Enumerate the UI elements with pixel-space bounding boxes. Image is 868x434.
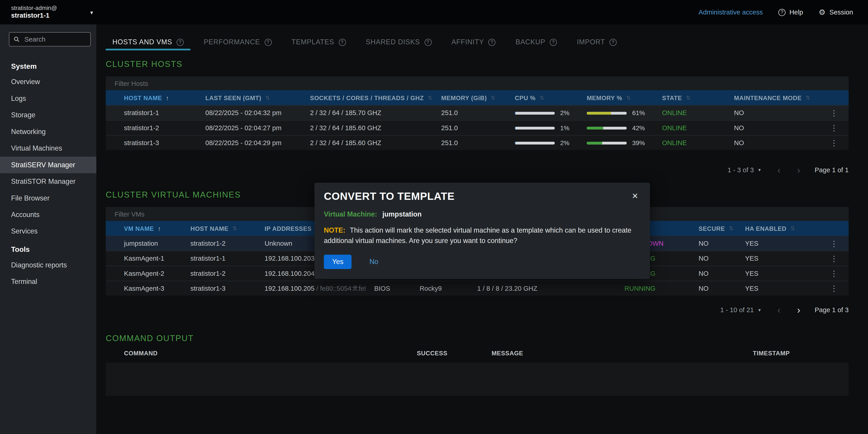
vm-os: Rocky9 [411, 285, 468, 292]
tab-help-icon[interactable]: ? [424, 38, 432, 46]
sockets: 2 / 32 / 64 / 185.70 GHZ [301, 109, 432, 117]
state-badge: RUNNING [616, 285, 690, 292]
tab-templates[interactable]: TEMPLATES? [285, 35, 352, 51]
vm-ha: YES [736, 240, 819, 247]
col-sockets[interactable]: SOCKETS / CORES / THREADS / GHZ⇅ [301, 94, 432, 101]
host-row-stratistor1-3[interactable]: stratistor1-3 08/22/2025 - 02:04:29 pm 2… [106, 135, 849, 150]
kebab-menu-icon[interactable]: ⋮ [819, 138, 848, 147]
session-button[interactable]: ⚙ Session [818, 8, 853, 17]
last-seen: 08/22/2025 - 02:04:27 pm [196, 124, 301, 132]
kebab-menu-icon[interactable]: ⋮ [819, 239, 848, 248]
tab-help-icon[interactable]: ? [489, 38, 496, 46]
per-page-caret-icon[interactable]: ▾ [758, 307, 761, 313]
account-menu[interactable]: stratistor-admin@ stratistor1-1 ▾ [11, 4, 93, 20]
tab-backup[interactable]: BACKUP? [509, 35, 563, 51]
col-host-name[interactable]: HOST NAME⇅ [182, 225, 256, 232]
prev-page-icon[interactable]: ‹ [777, 305, 780, 315]
tab-help-icon[interactable]: ? [177, 38, 184, 46]
sort-icon: ⇅ [491, 95, 495, 101]
help-label: Help [789, 8, 803, 16]
sidebar-item-file-browser[interactable]: File Browser [0, 190, 96, 206]
tab-performance[interactable]: PERFORMANCE? [197, 35, 278, 51]
memory: 251.0 [432, 109, 506, 117]
administrative-access-link[interactable]: Administrative access [699, 8, 763, 16]
sidebar-item-overview[interactable]: Overview [0, 74, 96, 90]
vm-secure: NO [690, 255, 736, 262]
kebab-menu-icon[interactable]: ⋮ [819, 284, 848, 293]
prev-page-icon[interactable]: ‹ [777, 165, 780, 175]
vm-secure: NO [690, 270, 736, 277]
tab-help-icon[interactable]: ? [610, 38, 617, 46]
command-output-header: COMMAND SUCCESS MESSAGE TIMESTAMP [106, 347, 849, 360]
sidebar-item-stratiserv-manager[interactable]: StratiSERV Manager [0, 157, 96, 173]
hosts-filter-input[interactable] [106, 79, 849, 88]
state-badge: ONLINE [653, 109, 725, 117]
sidebar-item-virtual-machines[interactable]: Virtual Machines [0, 140, 96, 157]
col-last-seen[interactable]: LAST SEEN (GMT)⇅ [196, 94, 301, 101]
per-page-caret-icon[interactable]: ▾ [758, 167, 761, 173]
sidebar-item-accounts[interactable]: Accounts [0, 206, 96, 223]
sidebar-item-storage[interactable]: Storage [0, 107, 96, 123]
state-badge: ONLINE [653, 139, 725, 147]
vm-host: stratistor1-2 [182, 270, 256, 277]
col-vm-name[interactable]: VM NAME↑ [106, 225, 182, 232]
sidebar-item-diagnostic-reports[interactable]: Diagnostic reports [0, 257, 96, 273]
sidebar-item-networking[interactable]: Networking [0, 123, 96, 140]
kebab-menu-icon[interactable]: ⋮ [819, 108, 848, 117]
tab-help-icon[interactable]: ? [339, 38, 346, 46]
account-host: stratistor1-1 [11, 12, 57, 20]
sidebar-item-logs[interactable]: Logs [0, 90, 96, 107]
kebab-menu-icon[interactable]: ⋮ [819, 269, 848, 278]
gear-icon: ⚙ [818, 8, 826, 17]
hosts-table-header: HOST NAME↑ LAST SEEN (GMT)⇅ SOCKETS / CO… [106, 90, 849, 105]
kebab-menu-icon[interactable]: ⋮ [819, 254, 848, 263]
col-memory[interactable]: MEMORY (GiB)⇅ [432, 94, 506, 101]
yes-button[interactable]: Yes [324, 254, 352, 269]
tab-affinity[interactable]: AFFINITY? [445, 35, 502, 51]
maintenance-mode: NO [725, 109, 819, 117]
sidebar-item-services[interactable]: Services [0, 223, 96, 240]
help-button[interactable]: ? Help [778, 8, 803, 16]
cpu-bar [515, 142, 555, 144]
tab-help-icon[interactable]: ? [550, 38, 557, 46]
host-row-stratistor1-2[interactable]: stratistor1-2 08/22/2025 - 02:04:27 pm 2… [106, 120, 849, 135]
cpu-usage: 1% [506, 125, 578, 131]
next-page-icon[interactable]: › [797, 165, 800, 175]
vm-ha: YES [736, 270, 819, 277]
col-host-name[interactable]: HOST NAME↑ [106, 94, 197, 101]
host-row-stratistor1-1[interactable]: stratistor1-1 08/22/2025 - 02:04:32 pm 2… [106, 105, 849, 120]
dialog-note: NOTE:This action will mark the selected … [324, 225, 641, 246]
sidebar: System Overview Logs Storage Networking … [0, 24, 96, 434]
col-cpu-pct[interactable]: CPU %⇅ [506, 94, 578, 101]
tab-shared-disks[interactable]: SHARED DISKS? [359, 35, 438, 51]
kebab-menu-icon[interactable]: ⋮ [819, 123, 848, 132]
no-button[interactable]: No [366, 257, 382, 266]
sockets: 2 / 32 / 64 / 185.60 GHZ [301, 124, 432, 132]
col-command: COMMAND [106, 350, 408, 356]
col-secure[interactable]: SECURE⇅ [690, 225, 736, 232]
tab-import[interactable]: IMPORT? [570, 35, 623, 51]
col-memory-pct[interactable]: MEMORY %⇅ [578, 94, 653, 101]
vm-label: Virtual Machine: [324, 211, 377, 218]
pagination-range: 1 - 10 of 21 [720, 306, 754, 314]
sidebar-item-terminal[interactable]: Terminal [0, 274, 96, 290]
sort-icon: ⇅ [686, 95, 690, 101]
hosts-filter[interactable] [106, 76, 849, 90]
sort-icon: ⇅ [265, 95, 270, 101]
vm-row-kasmagent-3[interactable]: KasmAgent-3 stratistor1-3 192.168.100.20… [106, 281, 849, 296]
search-input[interactable] [23, 35, 86, 43]
col-ha-enabled[interactable]: HA ENABLED⇅ [736, 225, 819, 232]
sidebar-search[interactable] [9, 32, 91, 46]
tab-help-icon[interactable]: ? [265, 38, 272, 46]
close-icon[interactable]: ✕ [629, 190, 640, 202]
last-seen: 08/22/2025 - 02:04:32 pm [196, 109, 301, 117]
vm-secure: NO [690, 240, 736, 247]
sidebar-item-stratistor-manager[interactable]: StratiSTOR Manager [0, 174, 96, 190]
account-user: stratistor-admin@ [11, 4, 57, 11]
pagination-range: 1 - 3 of 3 [727, 166, 754, 174]
tab-hosts-and-vms[interactable]: HOSTS AND VMS? [106, 35, 191, 51]
next-page-icon[interactable]: › [797, 305, 800, 315]
col-maintenance-mode[interactable]: MAINTENANCE MODE⇅ [725, 94, 819, 101]
tab-bar: HOSTS AND VMS? PERFORMANCE? TEMPLATES? S… [106, 35, 849, 51]
col-state[interactable]: STATE⇅ [653, 94, 725, 101]
